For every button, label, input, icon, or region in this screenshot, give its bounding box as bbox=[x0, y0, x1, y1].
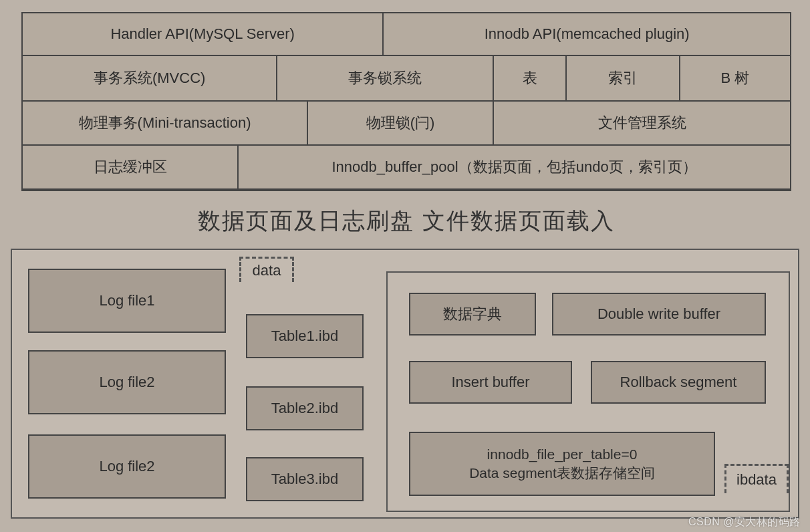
log-file-1: Log file1 bbox=[28, 269, 226, 333]
table3-ibd: Table3.ibd bbox=[246, 457, 364, 501]
table2-ibd: Table2.ibd bbox=[246, 386, 364, 430]
flush-load-caption: 数据页面及日志刷盘 文件数据页面载入 bbox=[19, 191, 794, 249]
filemgr-cell: 文件管理系统 bbox=[493, 101, 791, 145]
data-segment-line1: innodb_file_per_table=0 bbox=[487, 445, 638, 464]
data-segment-cell: innodb_file_per_table=0 Data segment表数据存… bbox=[409, 432, 715, 496]
btree-cell: B 树 bbox=[680, 55, 791, 101]
insert-buffer-cell: Insert buffer bbox=[409, 361, 572, 404]
watermark-text: CSDN @安大林的码路 bbox=[688, 515, 801, 529]
minitxn-cell: 物理事务(Mini-transaction) bbox=[22, 101, 307, 145]
mvcc-cell: 事务系统(MVCC) bbox=[22, 55, 277, 101]
logbuf-cell: 日志缓冲区 bbox=[22, 145, 238, 189]
table1-ibd: Table1.ibd bbox=[246, 314, 364, 358]
file-panel: Log file1 Log file2 Log file2 data Table… bbox=[11, 249, 799, 519]
handler-api-cell: Handler API(MySQL Server) bbox=[22, 13, 383, 55]
log-file-3: Log file2 bbox=[28, 434, 226, 499]
table-cell: 表 bbox=[493, 55, 566, 101]
double-write-buffer-cell: Double write buffer bbox=[552, 293, 766, 336]
index-cell: 索引 bbox=[566, 55, 679, 101]
rollback-segment-cell: Rollback segment bbox=[591, 361, 766, 404]
log-file-2: Log file2 bbox=[28, 350, 226, 414]
architecture-table: Handler API(MySQL Server) Innodb API(mem… bbox=[21, 12, 791, 191]
data-dictionary-cell: 数据字典 bbox=[409, 293, 536, 336]
latch-cell: 物理锁(闩) bbox=[307, 101, 493, 145]
ibdata-label: ibdata bbox=[724, 464, 789, 493]
data-segment-line2: Data segment表数据存储空间 bbox=[469, 464, 655, 483]
bufpool-cell: Innodb_buffer_pool（数据页面，包括undo页，索引页） bbox=[238, 145, 791, 189]
innodb-api-cell: Innodb API(memcached plugin) bbox=[383, 13, 791, 55]
data-dir-label: data bbox=[239, 257, 294, 282]
locksys-cell: 事务锁系统 bbox=[277, 55, 493, 101]
